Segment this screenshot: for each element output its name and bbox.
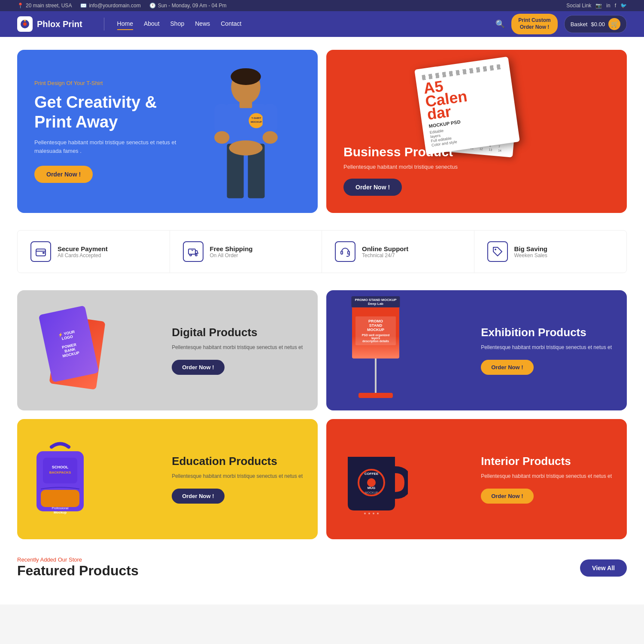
hero-order-button[interactable]: Order Now ! — [34, 166, 93, 183]
twitter-link[interactable]: 🐦 — [620, 3, 627, 9]
product-grid-top: ⚡ YOURLOGOPOWERBANKMOCKUP POWERBANKMOCKU… — [17, 290, 627, 410]
feature-secure-text: Secure Payment All Cards Accepted — [58, 245, 108, 258]
features-bar: Secure Payment All Cards Accepted Free S… — [17, 230, 627, 273]
svg-point-11 — [214, 131, 229, 143]
education-order-button[interactable]: Order Now ! — [172, 489, 224, 504]
nav-contact[interactable]: Contact — [221, 18, 241, 30]
svg-point-20 — [190, 254, 191, 256]
logo-icon — [17, 16, 33, 32]
search-button[interactable]: 🔍 — [495, 19, 505, 29]
nav-links: Home About Shop News Contact — [117, 18, 483, 30]
instagram-link[interactable]: 📷 — [595, 3, 602, 9]
email-icon: ✉️ — [80, 3, 87, 9]
svg-text:COFFEE: COFFEE — [365, 472, 379, 476]
feature-secure-payment: Secure Payment All Cards Accepted — [18, 231, 170, 273]
svg-text:BACKPACKS: BACKPACKS — [49, 471, 71, 474]
promo-pole — [375, 358, 377, 393]
svg-rect-9 — [214, 104, 229, 133]
navbar: Phlox Print Home About Shop News Contact… — [0, 11, 644, 37]
top-bar-right: Social Link 📷 in f 🐦 — [566, 3, 627, 9]
nav-shop[interactable]: Shop — [170, 18, 185, 30]
basket-button[interactable]: Basket $0.00 🛒 — [564, 15, 627, 33]
order-now-button[interactable]: Print Custom Order Now ! — [511, 14, 557, 34]
feature-shipping-text: Free Shipping On All Order — [210, 245, 253, 258]
location-icon: 📍 — [17, 3, 24, 9]
backpack-image: SCHOOL BACKPACKS Professional Mockup — [26, 434, 94, 524]
exhibition-products-text: Exhibition Products Pellentesque habitan… — [481, 326, 612, 375]
hero-person-image: T-SHIRT MOCKUP — [178, 50, 313, 213]
interior-order-button[interactable]: Order Now ! — [481, 489, 533, 504]
digital-products-card: ⚡ YOURLOGOPOWERBANKMOCKUP POWERBANKMOCKU… — [17, 290, 318, 410]
svg-rect-10 — [263, 104, 277, 133]
exhibition-order-button[interactable]: Order Now ! — [481, 360, 533, 375]
nav-news[interactable]: News — [195, 18, 210, 30]
online-support-icon — [335, 241, 355, 262]
logo: Phlox Print — [17, 16, 82, 32]
headset-icon — [339, 246, 351, 258]
mug-image: COFFEE MUG MOCKUP — [339, 440, 408, 519]
svg-point-39 — [373, 513, 374, 514]
interior-products-text: Interior Products Pellentesque habitant … — [481, 455, 612, 504]
svg-text:MOCKUP: MOCKUP — [365, 491, 378, 494]
hero-right-title: Business Product — [343, 145, 610, 159]
svg-point-40 — [377, 513, 379, 514]
view-all-button[interactable]: View All — [580, 559, 627, 577]
nav-home[interactable]: Home — [117, 18, 133, 30]
hero-section: Print Design Of Your T-Shirt Get Creativ… — [17, 50, 627, 213]
svg-point-4 — [231, 68, 261, 85]
basket-icon: 🛒 — [608, 18, 620, 30]
svg-text:MUG: MUG — [368, 486, 376, 490]
logo-text: Phlox Print — [37, 19, 82, 29]
powerbank-purple: ⚡ YOURLOGOPOWERBANKMOCKUP — [39, 305, 99, 382]
calendar-visual: A5Calendar MOCKUP PSD EditablelayersFull… — [420, 63, 514, 154]
nav-about[interactable]: About — [144, 18, 160, 30]
svg-point-38 — [368, 513, 370, 514]
featured-header: Recently Added Our Store Featured Produc… — [17, 556, 627, 579]
svg-rect-19 — [188, 249, 195, 254]
email-info: ✉️ info@yourdomain.com — [80, 3, 140, 9]
nav-right: 🔍 Print Custom Order Now ! Basket $0.00 … — [495, 14, 627, 34]
feature-online-support: Online Support Technical 24/7 — [322, 231, 474, 273]
featured-section: Recently Added Our Store Featured Produc… — [17, 556, 627, 579]
wallet-icon — [35, 246, 47, 258]
hero-right-card: A5Calendar MOCKUP PSD EditablelayersFull… — [326, 50, 627, 213]
hero-desc: Pellentesque habitant morbi tristique se… — [34, 138, 181, 155]
digital-order-button[interactable]: Order Now ! — [172, 360, 224, 375]
svg-text:MOCKUP: MOCKUP — [251, 121, 262, 123]
education-products-card: SCHOOL BACKPACKS Professional Mockup Edu… — [17, 419, 318, 539]
feature-saving-text: Big Saving Weeken Sales — [514, 245, 548, 258]
svg-rect-18 — [43, 252, 45, 254]
hero-title: Get Creativity & Print Away — [34, 93, 181, 132]
svg-point-1 — [23, 22, 27, 26]
top-bar: 📍 20 main street, USA ✉️ info@yourdomain… — [0, 0, 644, 11]
svg-point-24 — [495, 249, 496, 250]
free-shipping-icon — [183, 241, 204, 262]
hero-right-order-button[interactable]: Order Now ! — [343, 179, 402, 196]
facebook-link[interactable]: f — [615, 3, 616, 9]
promo-stand-image: PROMO STAND MOCKUPDeep Lab PROMOSTANDMOC… — [352, 303, 399, 398]
exhibition-products-card: PROMO STAND MOCKUPDeep Lab PROMOSTANDMOC… — [326, 290, 627, 410]
hero-left-card: Print Design Of Your T-Shirt Get Creativ… — [17, 50, 318, 213]
hero-right-text: Business Product Pellentesque habitant m… — [343, 145, 610, 196]
mug-svg: COFFEE MUG MOCKUP — [339, 440, 408, 517]
feature-support-text: Online Support Technical 24/7 — [362, 245, 408, 258]
hero-right-desc: Pellentesque habitant morbi tristique se… — [343, 164, 610, 170]
promo-board-inner: PROMOSTANDMOCKUP PSD well organized laye… — [355, 316, 396, 345]
linkedin-link[interactable]: in — [606, 3, 610, 9]
svg-rect-2 — [24, 20, 26, 21]
tag-icon — [492, 246, 504, 258]
svg-rect-15 — [240, 100, 252, 108]
promo-board: PROMO STAND MOCKUPDeep Lab PROMOSTANDMOC… — [352, 303, 399, 358]
svg-point-37 — [364, 513, 366, 514]
svg-rect-22 — [341, 251, 343, 254]
hero-subtitle: Print Design Of Your T-Shirt — [34, 80, 181, 86]
education-products-text: Education Products Pellentesque habitant… — [172, 455, 303, 504]
promo-base — [358, 393, 393, 398]
svg-point-16 — [229, 140, 262, 155]
svg-text:SCHOOL: SCHOOL — [52, 465, 69, 469]
promo-banner-label: PROMO STAND MOCKUPDeep Lab — [351, 296, 400, 307]
interior-products-card: COFFEE MUG MOCKUP Interior Products Pell… — [326, 419, 627, 539]
featured-title: Featured Products — [17, 563, 139, 579]
promo-stand-text: PROMOSTANDMOCKUP — [358, 319, 393, 332]
powerbank-image: ⚡ YOURLOGOPOWERBANKMOCKUP POWERBANKMOCKU… — [24, 301, 109, 400]
